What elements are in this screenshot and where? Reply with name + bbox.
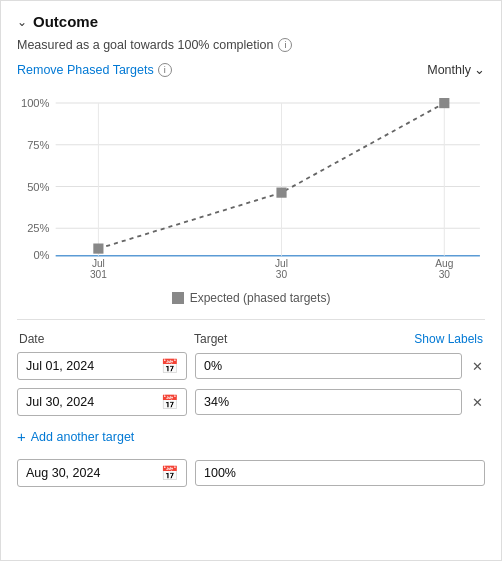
svg-text:75%: 75%	[27, 139, 49, 151]
info-icon[interactable]: i	[278, 38, 292, 52]
chevron-down-icon[interactable]: ⌄	[17, 15, 27, 29]
svg-text:301: 301	[90, 269, 107, 280]
svg-text:0%: 0%	[33, 249, 49, 261]
date-input-1-wrapper: 📅	[17, 352, 187, 380]
svg-rect-13	[93, 244, 103, 254]
plus-icon: +	[17, 428, 26, 445]
target-input-2-wrapper	[195, 389, 462, 415]
svg-text:Jul: Jul	[92, 258, 105, 269]
section-header: ⌄ Outcome	[17, 13, 485, 30]
controls-row: Remove Phased Targets i Monthly ⌄	[17, 62, 485, 77]
remove-phased-info-icon[interactable]: i	[158, 63, 172, 77]
chart-legend: Expected (phased targets)	[17, 291, 485, 305]
remove-phased-label: Remove Phased Targets	[17, 63, 154, 77]
final-calendar-icon[interactable]: 📅	[161, 465, 178, 481]
date-column-header: Date	[19, 332, 194, 346]
final-date-input-wrapper: 📅	[17, 459, 187, 487]
target-input-1[interactable]	[204, 359, 453, 373]
final-target-row: 📅	[17, 459, 485, 487]
monthly-label: Monthly	[427, 63, 471, 77]
chart-svg: 100% 75% 50% 25% 0% Jul 301 Jul	[17, 85, 485, 285]
legend-box-icon	[172, 292, 184, 304]
legend-label: Expected (phased targets)	[190, 291, 331, 305]
target-input-1-wrapper	[195, 353, 462, 379]
target-input-2[interactable]	[204, 395, 453, 409]
final-target-input[interactable]	[204, 466, 476, 480]
measured-label: Measured as a goal towards 100% completi…	[17, 38, 273, 52]
show-labels-button[interactable]: Show Labels	[414, 332, 483, 346]
svg-rect-15	[439, 98, 449, 108]
date-input-2[interactable]	[26, 395, 155, 409]
svg-text:50%: 50%	[27, 181, 49, 193]
svg-text:30: 30	[276, 269, 288, 280]
svg-text:30: 30	[439, 269, 451, 280]
remove-target-1-button[interactable]: ✕	[470, 359, 485, 374]
section-title: Outcome	[33, 13, 98, 30]
calendar-icon-2[interactable]: 📅	[161, 394, 178, 410]
final-target-input-wrapper	[195, 460, 485, 486]
measured-description: Measured as a goal towards 100% completi…	[17, 38, 485, 52]
monthly-chevron-icon: ⌄	[474, 62, 485, 77]
svg-text:Aug: Aug	[435, 258, 453, 269]
phased-targets-chart: 100% 75% 50% 25% 0% Jul 301 Jul	[17, 85, 485, 285]
final-date-input[interactable]	[26, 466, 155, 480]
svg-text:25%: 25%	[27, 222, 49, 234]
remove-phased-targets-link[interactable]: Remove Phased Targets i	[17, 63, 172, 77]
svg-text:100%: 100%	[21, 97, 50, 109]
target-row-1: 📅 ✕	[17, 352, 485, 380]
target-column-header: Target	[194, 332, 414, 346]
target-row-2: 📅 ✕	[17, 388, 485, 416]
add-target-label: Add another target	[31, 430, 135, 444]
monthly-selector[interactable]: Monthly ⌄	[427, 62, 485, 77]
calendar-icon-1[interactable]: 📅	[161, 358, 178, 374]
table-header: Date Target Show Labels	[17, 332, 485, 346]
date-input-1[interactable]	[26, 359, 155, 373]
outcome-panel: ⌄ Outcome Measured as a goal towards 100…	[0, 0, 502, 561]
remove-target-2-button[interactable]: ✕	[470, 395, 485, 410]
divider	[17, 319, 485, 320]
svg-text:Jul: Jul	[275, 258, 288, 269]
add-another-target-button[interactable]: + Add another target	[17, 424, 134, 449]
date-input-2-wrapper: 📅	[17, 388, 187, 416]
svg-rect-14	[276, 188, 286, 198]
